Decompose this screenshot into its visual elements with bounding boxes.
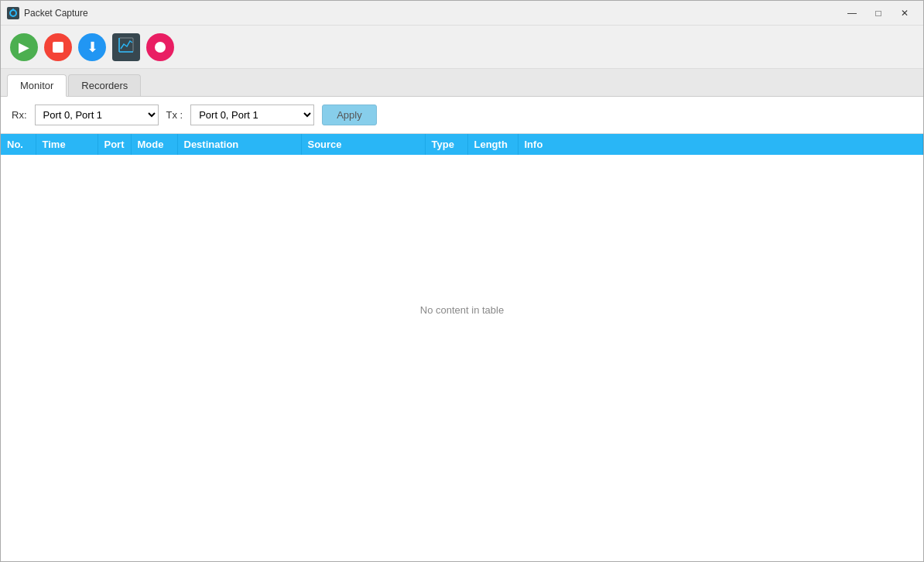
col-header-destination: Destination — [177, 134, 301, 155]
window-title: Packet Capture — [24, 8, 88, 19]
col-header-time: Time — [36, 134, 98, 155]
play-button[interactable]: ▶ — [10, 33, 38, 61]
svg-rect-3 — [119, 38, 133, 52]
tx-select[interactable]: Port 0, Port 1 Port 0 Port 1 — [190, 105, 314, 125]
col-header-mode: Mode — [131, 134, 177, 155]
close-button[interactable]: ✕ — [892, 2, 917, 24]
graph-button[interactable] — [112, 33, 140, 61]
packet-table: No. Time Port Mode Destination Source Ty… — [1, 134, 923, 155]
col-header-no: No. — [1, 134, 36, 155]
empty-message: No content in table — [1, 155, 923, 464]
app-icon — [7, 7, 19, 19]
col-header-port: Port — [98, 134, 131, 155]
stop-icon — [53, 42, 63, 53]
col-header-info: Info — [518, 134, 923, 155]
window-controls: — □ ✕ — [840, 2, 917, 24]
tab-monitor-label: Monitor — [20, 80, 53, 91]
rx-label: Rx: — [12, 109, 27, 121]
tab-recorders[interactable]: Recorders — [68, 74, 141, 96]
col-header-length: Length — [467, 134, 518, 155]
play-icon: ▶ — [19, 39, 29, 56]
toolbar: ▶ ⬇ — [1, 26, 923, 69]
content-area: Rx: Port 0, Port 1 Port 0 Port 1 Tx : Po… — [1, 97, 923, 561]
stop-button[interactable] — [44, 33, 72, 61]
tabs-bar: Monitor Recorders — [1, 69, 923, 97]
rx-select[interactable]: Port 0, Port 1 Port 0 Port 1 — [35, 105, 159, 125]
header-row: No. Time Port Mode Destination Source Ty… — [1, 134, 923, 155]
title-bar: Packet Capture — □ ✕ — [1, 1, 923, 26]
title-bar-left: Packet Capture — [7, 7, 88, 19]
col-header-type: Type — [425, 134, 467, 155]
table-container: No. Time Port Mode Destination Source Ty… — [1, 134, 923, 561]
maximize-button[interactable]: □ — [866, 2, 891, 24]
record-icon — [155, 42, 166, 53]
download-icon: ⬇ — [87, 39, 98, 56]
record-button[interactable] — [146, 33, 174, 61]
apply-button[interactable]: Apply — [322, 105, 377, 125]
col-header-source: Source — [301, 134, 425, 155]
download-button[interactable]: ⬇ — [78, 33, 106, 61]
graph-icon — [118, 37, 134, 57]
main-window: Packet Capture — □ ✕ ▶ ⬇ — [0, 0, 924, 562]
table-header: No. Time Port Mode Destination Source Ty… — [1, 134, 923, 155]
tab-recorders-label: Recorders — [81, 80, 128, 91]
tx-label: Tx : — [166, 109, 183, 121]
minimize-button[interactable]: — — [840, 2, 864, 24]
tab-monitor[interactable]: Monitor — [7, 74, 67, 97]
filter-bar: Rx: Port 0, Port 1 Port 0 Port 1 Tx : Po… — [1, 97, 923, 134]
